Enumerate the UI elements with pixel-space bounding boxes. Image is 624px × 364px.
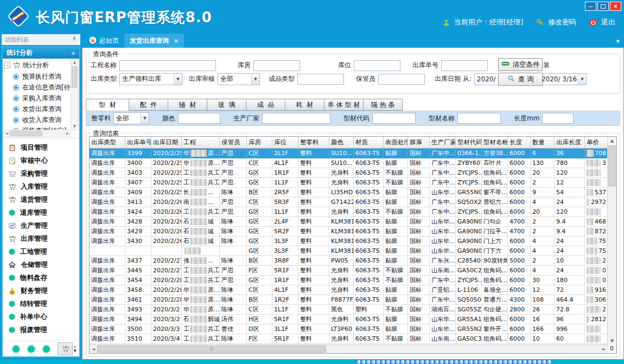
- col-factory[interactable]: 生产厂家: [430, 137, 456, 149]
- col-project[interactable]: 工程: [182, 137, 220, 149]
- tab-home[interactable]: 起始页: [84, 34, 124, 48]
- col-type[interactable]: 出库类型: [90, 137, 125, 149]
- material-tab[interactable]: 玻 璃: [207, 99, 246, 111]
- tree-vertical-scrollbar[interactable]: ▲▼: [71, 59, 79, 130]
- change-password-link[interactable]: 修改密码: [548, 17, 576, 27]
- table-row[interactable]: 调拨出库34092020/2/25长...陈琳B区2R5F整料LI35HD606…: [90, 188, 616, 197]
- pin-icon[interactable]: [72, 36, 77, 43]
- table-row[interactable]: 调拨出库34292020/2/26石城陈琳G区5R2F整料KLM38176063…: [90, 227, 616, 237]
- sidebar-menu-item[interactable]: $财务管理: [3, 284, 79, 297]
- stats-group-header[interactable]: 统计分析 «: [3, 47, 79, 59]
- table-row[interactable]: 调拨出库35002020/3/3工共工程曹佳D区3L1F整料LT3P606063…: [90, 324, 616, 334]
- table-row[interactable]: 调拨出库33992020/2/25华原...严思C区2L1F整料SU10...6…: [90, 149, 616, 158]
- col-whole[interactable]: 整零料: [298, 137, 329, 149]
- sidebar-menu-item[interactable]: 项目管理: [3, 141, 79, 154]
- tree-item[interactable]: 采购入库查询: [3, 93, 79, 104]
- color-input[interactable]: [178, 113, 220, 124]
- tab-close-icon[interactable]: ×: [174, 37, 179, 44]
- col-film[interactable]: 膜厚: [408, 137, 430, 149]
- material-tab[interactable]: 配 件: [129, 99, 168, 111]
- tab-shipment-query[interactable]: 发货出库查询 ×: [124, 34, 184, 48]
- project-name-input[interactable]: [119, 60, 216, 71]
- material-tab[interactable]: 成 品: [246, 99, 285, 111]
- cart-quick-button[interactable]: [58, 342, 73, 355]
- table-vertical-scrollbar[interactable]: ▲▼: [607, 137, 616, 345]
- material-tab[interactable]: 型 材: [86, 99, 129, 111]
- tree-item[interactable]: 发货出库查询: [3, 104, 79, 114]
- sidebar-menu-item[interactable]: 仓储管理: [3, 258, 79, 271]
- quick-dot-icon[interactable]: [42, 344, 51, 354]
- table-row[interactable]: 调拨出库34582020/2/28华原...陈琳C区4L1F整料光身料6063-…: [90, 285, 616, 295]
- sidebar-menu-item[interactable]: 补单中心: [3, 310, 79, 323]
- material-tab[interactable]: 辅 材: [168, 99, 207, 111]
- col-keeper[interactable]: 保管员: [220, 137, 247, 149]
- col-no[interactable]: 出库单号: [125, 137, 151, 149]
- col-surface[interactable]: 表面处理: [384, 137, 408, 149]
- tree-item[interactable]: 预算执行查询: [3, 71, 79, 82]
- table-row[interactable]: 调拨出库34072020/2/25工共工程严思G区1L1F整料光身料6063-T…: [90, 178, 616, 188]
- material-tab[interactable]: 耗 材: [285, 99, 324, 111]
- table-row[interactable]: G区3L3F整料KLM38176063-T5贴膜国标山东华...GA90N09.…: [90, 246, 616, 256]
- sidebar-menu-item[interactable]: 结转管理: [3, 297, 79, 310]
- table-row[interactable]: 调拨出库34542020/2/28工共工程严思G区1R1F整料光身料6063-T…: [90, 276, 616, 285]
- col-code[interactable]: 型材代码: [456, 137, 482, 149]
- profile-name-input[interactable]: [457, 113, 501, 124]
- quick-dot-icon[interactable]: [11, 344, 21, 354]
- sidebar-menu-item[interactable]: 物料盘存: [3, 271, 79, 284]
- order-no-input[interactable]: [441, 60, 488, 71]
- col-room[interactable]: 库房: [247, 137, 272, 149]
- table-row[interactable]: 调拨出库34372020/2/27佛...陈琳B区3R8F整料PW056063-…: [90, 256, 616, 266]
- table-row[interactable]: 调拨出库34032020/2/25工共工程严思G区1R1F整料光身料6063-T…: [90, 168, 616, 178]
- tree-expander-icon[interactable]: −: [4, 62, 10, 68]
- col-date[interactable]: 出库日期: [151, 137, 182, 149]
- tree-root[interactable]: − 统计分析: [3, 59, 79, 71]
- col-color[interactable]: 颜色: [329, 137, 354, 149]
- quick-dot-icon[interactable]: [27, 344, 36, 354]
- table-horizontal-scrollbar[interactable]: ◄☰►: [90, 344, 608, 353]
- warehouse-input[interactable]: [253, 60, 300, 71]
- product-type-input[interactable]: [297, 74, 344, 85]
- logout-link[interactable]: 退出: [601, 17, 615, 27]
- sidebar-menu-item[interactable]: 出库管理: [3, 232, 79, 245]
- sidebar-menu-item[interactable]: 采购管理: [3, 167, 79, 180]
- sidebar-menu-item[interactable]: 报废管理: [3, 323, 79, 336]
- search-button[interactable]: 查 询: [498, 73, 543, 86]
- more-chevron[interactable]: »▼: [73, 344, 77, 353]
- tree-horizontal-scrollbar[interactable]: ◄►: [3, 130, 71, 137]
- minimize-button[interactable]: —: [585, 2, 596, 11]
- audit-select[interactable]: 全部▼: [218, 73, 260, 85]
- material-tab[interactable]: 隔 热 条: [364, 99, 403, 111]
- table-row[interactable]: 调拨出库34932020/3/2华原...陈琳C区1L1F整料黑色塑料不贴膜国标…: [90, 305, 616, 315]
- date-to-select[interactable]: 2020/ 3/16▼: [539, 73, 587, 85]
- out-type-select[interactable]: 生产领料出库▼: [119, 73, 182, 85]
- keeper-input[interactable]: [378, 74, 425, 85]
- col-price[interactable]: 单价: [585, 137, 608, 149]
- col-qty[interactable]: 数量: [531, 137, 555, 149]
- table-row[interactable]: 调拨出库34452020/2/27工共工程严思F区5R1F整料光身料6063-T…: [90, 266, 616, 276]
- whole-select[interactable]: 全部▼: [113, 112, 149, 124]
- table-row[interactable]: 调拨出库34002020/2/25华原...严思C区4L1F整料SU10...6…: [90, 158, 616, 168]
- sidebar-menu-item[interactable]: 工地管理: [3, 245, 79, 258]
- sidebar-menu-item[interactable]: 生产管理: [3, 219, 79, 232]
- tree-item[interactable]: 收货入库查询: [3, 114, 79, 125]
- factory-input[interactable]: [262, 113, 330, 124]
- col-outlen[interactable]: 出库长度: [555, 137, 585, 149]
- length-input[interactable]: [542, 113, 574, 124]
- table-row[interactable]: 调拨出库34942020/3/2石辉城汤伟H区5R1F整料光身料6063-T5贴…: [90, 315, 616, 324]
- table-row[interactable]: 调拨出库34612020/2/28华原...陈琳B区1R2F整料F8877FT6…: [90, 295, 616, 305]
- table-row[interactable]: 调拨出库35102020/3/4工共工程陈琳F区5R1F整料光身料6063-T5…: [90, 334, 616, 344]
- close-button[interactable]: ×: [610, 2, 621, 11]
- table-row[interactable]: 调拨出库34282020/2/26石城陈琳G区2L4F整料KLM38176063…: [90, 217, 616, 227]
- location-input[interactable]: [354, 60, 400, 71]
- col-material[interactable]: 材质: [354, 137, 384, 149]
- col-name[interactable]: 型材名称: [482, 137, 508, 149]
- sidebar-menu-item[interactable]: 入库管理: [3, 180, 79, 193]
- sidebar-menu-item[interactable]: 退库管理: [3, 206, 79, 219]
- sidebar-menu-item[interactable]: 退货管理: [3, 193, 79, 206]
- tree-item[interactable]: 在途信息查询[待: [3, 82, 79, 93]
- table-row[interactable]: 调拨出库34302020/2/26石城陈琳G区3L3F整料KLM38176063…: [90, 237, 616, 246]
- table-row[interactable]: 调拨出库34132020/2/26南...严思C区5R3F整料G71422606…: [90, 197, 616, 207]
- profile-code-input[interactable]: [372, 113, 416, 124]
- material-tab[interactable]: 单 体 型 材: [324, 99, 364, 111]
- col-length[interactable]: 长度: [508, 137, 531, 149]
